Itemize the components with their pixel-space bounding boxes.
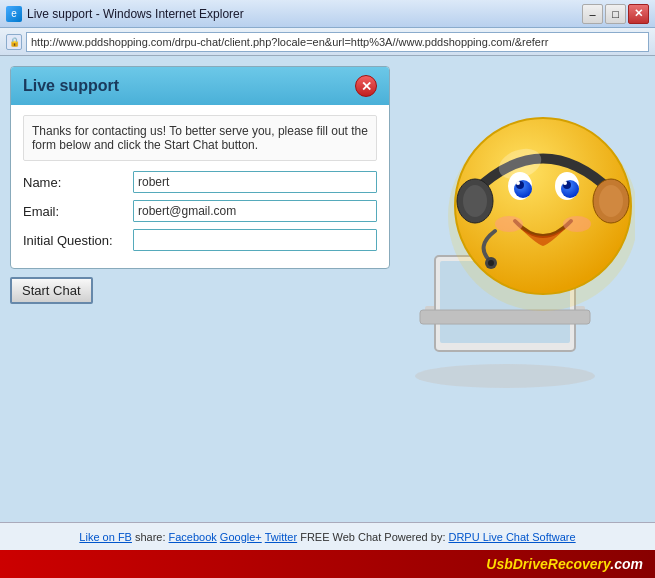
- email-label: Email:: [23, 204, 133, 219]
- panel-title: Live support: [23, 77, 119, 95]
- maximize-button[interactable]: □: [605, 4, 626, 24]
- branding-bar: UsbDriveRecovery.com: [0, 550, 655, 578]
- svg-point-16: [563, 216, 591, 232]
- branding-yellow: UsbDriveRecovery: [486, 556, 610, 572]
- facebook-link[interactable]: Facebook: [169, 531, 217, 543]
- panel-body: Thanks for contacting us! To better serv…: [11, 105, 389, 268]
- svg-point-22: [488, 260, 494, 266]
- url-field[interactable]: http://www.pddshopping.com/drpu-chat/cli…: [26, 32, 649, 52]
- googleplus-link[interactable]: Google+: [220, 531, 262, 543]
- close-window-button[interactable]: ✕: [628, 4, 649, 24]
- panel-close-button[interactable]: ✕: [355, 75, 377, 97]
- question-input[interactable]: [133, 229, 377, 251]
- start-chat-button[interactable]: Start Chat: [10, 277, 93, 304]
- address-bar: 🔒 http://www.pddshopping.com/drpu-chat/c…: [0, 28, 655, 56]
- email-row: Email:: [23, 200, 377, 222]
- window-controls: – □ ✕: [582, 4, 649, 24]
- svg-point-14: [563, 181, 567, 185]
- svg-point-0: [415, 364, 595, 388]
- minimize-button[interactable]: –: [582, 4, 603, 24]
- panel-header: Live support ✕: [11, 67, 389, 105]
- free-chat-text: FREE Web Chat Powered by:: [300, 531, 445, 543]
- svg-rect-4: [420, 310, 590, 324]
- email-input[interactable]: [133, 200, 377, 222]
- window-title: Live support - Windows Internet Explorer: [27, 7, 582, 21]
- branding-text: UsbDriveRecovery.com: [486, 556, 643, 572]
- security-icon: 🔒: [6, 34, 22, 50]
- mascot-svg: [375, 86, 635, 406]
- twitter-link[interactable]: Twitter: [265, 531, 297, 543]
- mascot-area: [375, 86, 635, 406]
- info-text: Thanks for contacting us! To better serv…: [23, 115, 377, 161]
- main-content: Live support ✕ Thanks for contacting us!…: [0, 56, 655, 550]
- svg-point-18: [463, 185, 487, 217]
- footer-bar: Like on FB share: Facebook Google+ Twitt…: [0, 522, 655, 550]
- browser-icon: e: [6, 6, 22, 22]
- question-row: Initial Question:: [23, 229, 377, 251]
- question-label: Initial Question:: [23, 233, 133, 248]
- title-bar: e Live support - Windows Internet Explor…: [0, 0, 655, 28]
- name-input[interactable]: [133, 171, 377, 193]
- svg-point-10: [516, 181, 520, 185]
- svg-point-20: [599, 185, 623, 217]
- name-row: Name:: [23, 171, 377, 193]
- drpu-link[interactable]: DRPU Live Chat Software: [448, 531, 575, 543]
- share-label: share:: [135, 531, 166, 543]
- name-label: Name:: [23, 175, 133, 190]
- branding-white: .com: [610, 556, 643, 572]
- live-support-panel: Live support ✕ Thanks for contacting us!…: [10, 66, 390, 269]
- like-on-fb-link[interactable]: Like on FB: [79, 531, 132, 543]
- svg-point-15: [495, 216, 523, 232]
